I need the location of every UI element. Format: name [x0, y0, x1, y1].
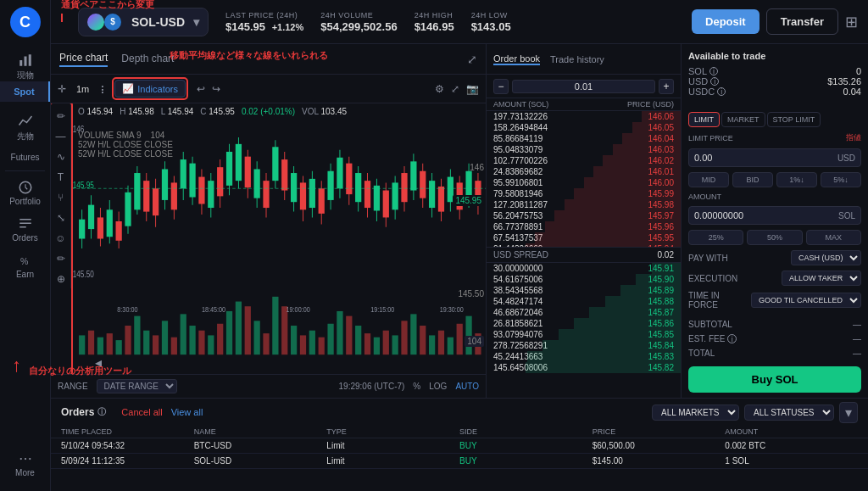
- deposit-button[interactable]: Deposit: [692, 9, 760, 34]
- sidebar-item-portfolio[interactable]: Portfolio: [0, 175, 50, 211]
- view-all-button[interactable]: View all: [171, 407, 203, 417]
- sidebar-item-earn[interactable]: % Earn: [0, 248, 50, 284]
- tab-depth-chart[interactable]: Depth chart: [121, 53, 174, 66]
- markets-filter[interactable]: ALL MARKETS: [652, 405, 739, 421]
- zoom-tool[interactable]: ⊕: [52, 270, 70, 288]
- filter-expand-btn[interactable]: ▾: [839, 402, 858, 423]
- pct-btn[interactable]: 50%: [747, 230, 802, 245]
- sell-order-row[interactable]: 197.73132226 146.06: [487, 111, 681, 122]
- sidebar-item-futures[interactable]: 先物: [0, 109, 50, 148]
- settings-icon[interactable]: ⚙: [435, 83, 444, 95]
- limit-price-input[interactable]: 0.00 USD: [688, 148, 861, 167]
- undo-icon[interactable]: ↩: [197, 83, 205, 95]
- statuses-filter[interactable]: ALL STATUSES: [744, 405, 834, 421]
- last-price-block: LAST PRICE (24H) $145.95 +1.12%: [225, 11, 303, 33]
- sell-order-row[interactable]: 127.20811287 145.98: [487, 199, 681, 210]
- buy-order-row[interactable]: 145.64508006 145.82: [487, 362, 681, 373]
- sidebar-item-orders[interactable]: Orders: [0, 211, 50, 248]
- buy-order-row[interactable]: 38.54345568 145.89: [487, 285, 681, 296]
- emoji-tool[interactable]: ☺: [52, 229, 70, 248]
- buy-order-row[interactable]: 30.00000000 145.91: [487, 263, 681, 274]
- measure-tool[interactable]: ✏: [52, 249, 70, 268]
- sell-order-row[interactable]: 67.54137537 145.95: [487, 232, 681, 243]
- expand-icon[interactable]: ⤢: [467, 53, 477, 66]
- svg-rect-114: [346, 164, 352, 194]
- execution-select[interactable]: ALLOW TAKER: [782, 271, 861, 286]
- logo[interactable]: C: [10, 7, 41, 37]
- buy-order-row[interactable]: 54.48247174 145.88: [487, 296, 681, 307]
- sell-order-row[interactable]: 66.77378891 145.96: [487, 221, 681, 232]
- redo-icon[interactable]: ↪: [212, 83, 220, 95]
- ob-minus-btn[interactable]: −: [493, 79, 509, 94]
- indicators-button[interactable]: 📈 Indicators: [114, 80, 186, 98]
- orders-table-header: TIME PLACEDNAMETYPESIDEPRICEAMOUNT: [51, 426, 868, 438]
- pay-with-select[interactable]: CASH (USD): [791, 250, 861, 265]
- order-row[interactable]: 5/09/24 11:12:35 SOL-USD Limit BUY $145.…: [51, 454, 868, 469]
- svg-rect-48: [420, 326, 426, 354]
- sell-order-row[interactable]: 24.83869682 146.01: [487, 166, 681, 177]
- text-tool[interactable]: T: [52, 168, 70, 187]
- price-quick-btn[interactable]: MID: [688, 172, 729, 187]
- sell-order-row[interactable]: 158.26494844 146.05: [487, 122, 681, 133]
- svg-rect-76: [171, 182, 177, 209]
- sell-order-row[interactable]: 95.04833079 146.03: [487, 144, 681, 155]
- order-amount: 0.002 BTC: [725, 441, 858, 450]
- svg-rect-21: [171, 338, 177, 355]
- price-quick-btn[interactable]: 5%↓: [821, 172, 861, 187]
- tab-price-chart[interactable]: Price chart: [59, 52, 108, 67]
- cancel-all-button[interactable]: Cancel all: [121, 407, 162, 417]
- sell-order-row[interactable]: 21.44320669 145.94: [487, 243, 681, 247]
- buy-order-row[interactable]: 26.81858621 145.86: [487, 318, 681, 329]
- price-level-bar: 104: [465, 336, 484, 347]
- candle-type-icon[interactable]: ⫶: [99, 82, 105, 96]
- order-type-btn[interactable]: MARKET: [721, 112, 765, 127]
- ob-plus-btn[interactable]: +: [659, 79, 674, 94]
- time-in-force-select[interactable]: GOOD TIL CANCELLED: [751, 293, 861, 308]
- buy-order-row[interactable]: 278.72568291 145.84: [487, 340, 681, 351]
- price-quick-btn[interactable]: BID: [732, 172, 773, 187]
- fork-tool[interactable]: ⑂: [52, 188, 70, 207]
- topbar-right: Deposit Transfer ⊞: [692, 8, 858, 35]
- pair-selector[interactable]: $ SOL-USD ▾: [78, 8, 209, 36]
- order-type-btn[interactable]: STOP LIMIT: [767, 112, 821, 127]
- camera-icon[interactable]: 📷: [466, 83, 479, 95]
- price-quick-btn[interactable]: 1%↓: [776, 172, 817, 187]
- pct-btn[interactable]: 25%: [688, 230, 743, 245]
- buy-order-row[interactable]: 54.61675006 145.90: [487, 274, 681, 285]
- pencil-tool[interactable]: ✏: [52, 107, 70, 126]
- tab-orderbook[interactable]: Order book: [493, 53, 540, 65]
- timeframe-1m[interactable]: 1m: [73, 82, 92, 96]
- sidebar-more-label: More: [15, 468, 35, 477]
- order-row[interactable]: 5/10/24 09:54:32 BTC-USD Limit BUY $60,5…: [51, 438, 868, 454]
- order-type-btn[interactable]: LIMIT: [688, 112, 720, 127]
- sell-order-row[interactable]: 102.77700226 146.02: [487, 155, 681, 166]
- sidebar-item-futures-sub[interactable]: Futures: [0, 148, 50, 167]
- crosshair-icon[interactable]: ✛: [58, 83, 66, 95]
- tab-trade-history[interactable]: Trade history: [550, 54, 604, 64]
- asset-row: USD i $135.26: [688, 76, 861, 86]
- arrow-tool[interactable]: ⤡: [52, 209, 70, 227]
- buy-sol-button[interactable]: Buy SOL: [688, 366, 861, 393]
- date-range-select[interactable]: DATE RANGE: [97, 379, 177, 393]
- fullscreen-icon[interactable]: ⤢: [451, 83, 459, 95]
- transfer-button[interactable]: Transfer: [766, 8, 838, 35]
- volume-label: 24H VOLUME: [320, 11, 397, 20]
- buy-order-row[interactable]: 93.07994076 145.85: [487, 329, 681, 340]
- sidebar-item-spot-sub[interactable]: Spot: [0, 81, 50, 102]
- pct-btns: 25%50%MAX: [688, 230, 861, 245]
- pct-btn[interactable]: MAX: [806, 230, 861, 245]
- buy-order-row[interactable]: 46.68672046 145.87: [487, 307, 681, 318]
- curve-tool[interactable]: ∿: [52, 148, 70, 166]
- sol-icon: [87, 14, 104, 31]
- sell-order-row[interactable]: 79.58081946 145.99: [487, 188, 681, 199]
- svg-rect-128: [410, 161, 416, 190]
- line-tool[interactable]: —: [52, 127, 70, 146]
- sidebar-item-more[interactable]: More: [0, 446, 50, 483]
- amount-input[interactable]: 0.00000000 SOL: [688, 206, 861, 225]
- buy-order-row[interactable]: 45.24413663 145.83: [487, 351, 681, 362]
- sell-order-row[interactable]: 95.99106801 146.00: [487, 177, 681, 188]
- grid-icon[interactable]: ⊞: [845, 13, 858, 31]
- earn-icon: %: [18, 253, 33, 268]
- sell-order-row[interactable]: 85.86684119 146.04: [487, 133, 681, 144]
- sell-order-row[interactable]: 56.20475753 145.97: [487, 210, 681, 221]
